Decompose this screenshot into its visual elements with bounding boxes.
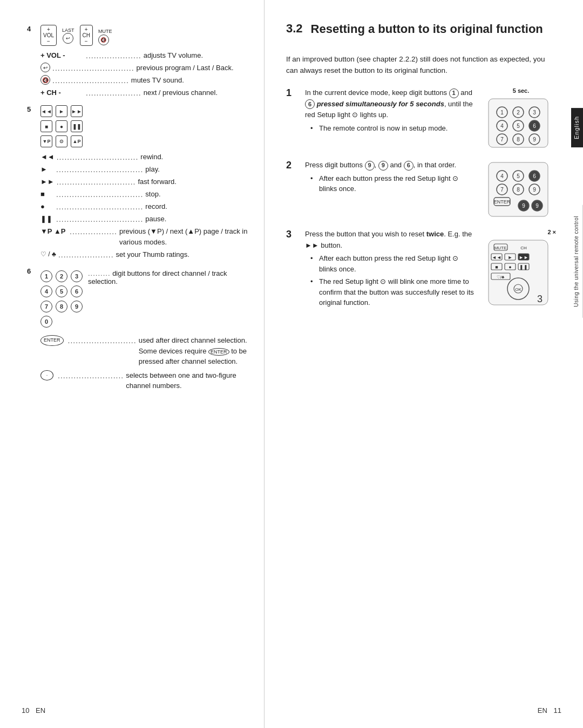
step-3-text: Press the button that you wish to reset … [305, 229, 478, 251]
pause-icon: ❚❚ [71, 120, 83, 132]
btn-0: 0 [40, 316, 52, 328]
svg-text:8: 8 [517, 187, 520, 193]
mute-icon-group: MUTE 🔇 [98, 26, 112, 45]
ch-desc: + CH - ..................... next / prev… [40, 87, 248, 99]
digit-buttons-group: 1 2 3 4 5 6 7 8 9 [40, 267, 83, 331]
last-desc: ↩ ............................... previo… [40, 63, 248, 74]
section-4-number: 4 [27, 25, 31, 33]
step-1-image: 5 sec. 1 2 3 4 5 6 7 [486, 87, 556, 152]
svg-text:►►: ►► [519, 255, 528, 260]
page-track-desc: ▼P ▲P .................. previous (▼P) /… [40, 226, 248, 247]
svg-text:9: 9 [535, 203, 539, 209]
section-6-content: 1 2 3 4 5 6 7 8 9 [40, 267, 248, 391]
pause-desc: ❚❚ ................................. pau… [40, 214, 248, 225]
svg-text:■: ■ [495, 264, 498, 270]
svg-text:9: 9 [533, 137, 536, 142]
section-4-icons: + VOL − LAST ↩ + CH − [40, 25, 248, 46]
btn-7: 7 [40, 301, 52, 312]
english-tab: English [571, 108, 583, 147]
step-1-remote-svg: 1 2 3 4 5 6 7 8 9 [486, 96, 551, 150]
thumbdown-icon: ▼P [40, 135, 52, 147]
transport-row-3: ▼P ⊙ ▲P [40, 135, 248, 147]
digit-row-2: 4 5 6 [40, 285, 83, 297]
step-3-bullet-1: • After each button press the red Setup … [310, 253, 478, 274]
ff-icon: ►► [71, 105, 83, 117]
ff-desc: ►► .............................. fast f… [40, 176, 248, 188]
last-icon: ↩ [63, 33, 73, 44]
enter-section: ENTER .......................... used af… [40, 335, 248, 367]
svg-text:7: 7 [500, 137, 504, 142]
svg-text:◄◄: ◄◄ [492, 255, 501, 260]
digit-desc: ......... digit buttons for direct chann… [88, 267, 248, 285]
footer-right-num: 11 [554, 706, 561, 715]
btn-6b-ref: 6 [404, 161, 413, 171]
svg-text:4: 4 [500, 173, 504, 179]
svg-text:CH: CH [520, 246, 527, 250]
step-1-number: 1 [286, 87, 297, 99]
rewind-icon: ◄◄ [40, 105, 52, 117]
footer-left: 10 EN [22, 706, 45, 715]
svg-text:8: 8 [517, 137, 520, 142]
btn-6: 6 [71, 285, 83, 297]
btn-6-ref: 6 [305, 99, 315, 109]
btn-4: 4 [40, 285, 52, 297]
svg-text:1: 1 [500, 110, 504, 115]
step-2: 2 Press digit buttons 9, 9 and 6, in tha… [286, 160, 556, 221]
step-3-image: 2 × MUTE CH ◄◄ ► ►► ■ [486, 229, 556, 309]
step-2-number: 2 [286, 160, 297, 171]
step-1-sec-label: 5 sec. [486, 87, 556, 94]
dot-icon: · [40, 370, 53, 381]
pa-icon: ▲P [71, 135, 83, 147]
thumb-desc: ♡ / ♣ ..................... set your Thu… [40, 249, 248, 261]
section-number: 3.2 [286, 22, 303, 36]
btn-1-ref: 1 [449, 89, 459, 98]
transport-row-1: ◄◄ ► ►► [40, 105, 248, 117]
dot-desc: · ......................... selects betw… [40, 370, 248, 391]
svg-text:9: 9 [533, 187, 536, 193]
section-6-number: 6 [27, 267, 31, 275]
step-1-text: In the current device mode, keep digit b… [305, 87, 478, 121]
svg-text:OK: OK [515, 287, 521, 292]
btn-9: 9 [71, 301, 83, 312]
enter-desc: ENTER .......................... used af… [40, 335, 248, 367]
dot-section: · ......................... selects betw… [40, 370, 248, 391]
svg-text:2: 2 [517, 110, 520, 115]
step-3-content: Press the button that you wish to reset … [305, 229, 478, 310]
last-icon-group: LAST ↩ [62, 28, 74, 44]
ch-icon: + CH − [80, 25, 93, 46]
step-3-remote-svg: MUTE CH ◄◄ ► ►► ■ ● ❚❚ [486, 237, 551, 308]
rewind-desc: ◄◄ ............................... rewin… [40, 152, 248, 163]
section-5: 5 ◄◄ ► ►► ■ ● ❚❚ ▼P ⊙ [22, 105, 248, 261]
play-icon: ► [56, 105, 67, 117]
svg-text:3: 3 [533, 110, 536, 115]
step-3: 3 Press the button that you wish to rese… [286, 229, 556, 310]
btn-5: 5 [56, 285, 67, 297]
section-4: 4 + VOL − LAST ↩ [22, 25, 248, 99]
step-2-image: 4 5 6 7 8 9 ENTER 9 9 [486, 160, 556, 221]
svg-text:4: 4 [500, 123, 504, 129]
stop-icon: ■ [40, 120, 52, 132]
step-1: 1 In the current device mode, keep digit… [286, 87, 556, 152]
step-3-2x: 2 × [486, 229, 556, 235]
svg-text:6: 6 [533, 123, 536, 129]
footer-left-num: 10 [22, 706, 29, 715]
section-title: Resetting a button to its original funct… [311, 22, 543, 37]
svg-text:3: 3 [537, 294, 543, 304]
section-6-layout: 1 2 3 4 5 6 7 8 9 [40, 267, 248, 331]
btn-8: 8 [56, 301, 67, 312]
footer-left-text: EN [36, 706, 45, 715]
step-3-number: 3 [286, 229, 297, 240]
step-2-bullet: • After each button press the red Setup … [310, 173, 478, 194]
stop-desc: ■ ................................. stop… [40, 189, 248, 200]
step-2-content: Press digit buttons 9, 9 and 6, in that … [305, 160, 478, 196]
svg-text:ENTER: ENTER [494, 199, 511, 205]
svg-text:●: ● [509, 264, 511, 270]
vol-icon: + VOL − [40, 25, 57, 46]
step-1-bullet: • The remote control is now in setup mod… [310, 123, 478, 134]
section-title-area: 3.2 Resetting a button to its original f… [286, 22, 556, 45]
footer-right: EN 11 [538, 706, 561, 715]
enter-icon: ENTER [40, 335, 64, 346]
svg-text:5: 5 [517, 173, 520, 179]
thumbup-icon: ⊙ [56, 135, 67, 147]
intro-paragraph: If an improved button (see chapter 2.2.2… [286, 53, 556, 77]
